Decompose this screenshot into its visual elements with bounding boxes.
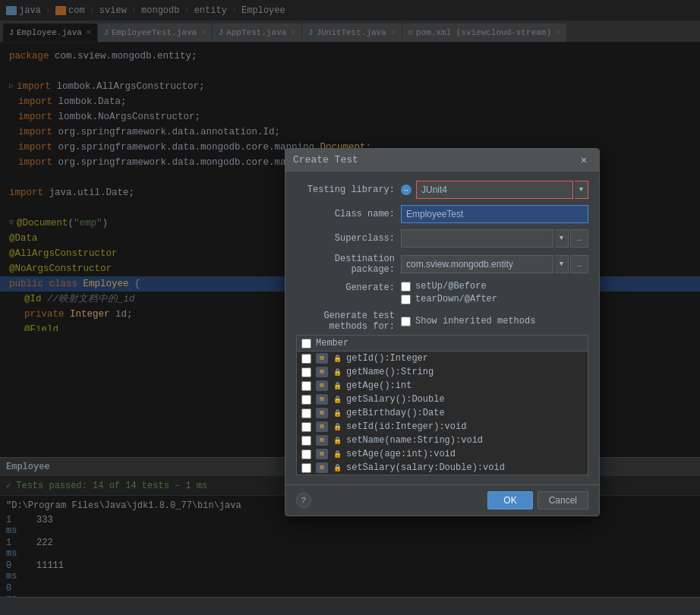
method-row-6[interactable]: m 🔒 setName(name:String):void bbox=[297, 434, 588, 447]
method-checkbox-1[interactable] bbox=[301, 367, 311, 377]
class-name-label: Class name: bbox=[296, 209, 395, 219]
method-table-body[interactable]: m 🔒 getId():Integer m 🔒 getName():String… bbox=[297, 352, 588, 473]
method-access-icon-4: 🔒 bbox=[333, 408, 342, 418]
method-access-icon-7: 🔒 bbox=[333, 449, 342, 459]
class-name-input[interactable] bbox=[401, 205, 588, 223]
method-name-7: setAge(age:int):void bbox=[346, 449, 456, 459]
dialog-footer: ? OK Cancel bbox=[285, 484, 599, 516]
destination-dropdown-arrow[interactable]: ▼ bbox=[555, 255, 569, 273]
generate-row: Generate: setUp/@Before tearDown/@After bbox=[296, 281, 588, 304]
method-row-3[interactable]: m 🔒 getSalary():Double bbox=[297, 393, 588, 406]
method-checkbox-3[interactable] bbox=[301, 395, 311, 405]
method-access-icon-6: 🔒 bbox=[333, 436, 342, 445]
method-type-icon-6: m bbox=[316, 435, 328, 446]
method-table-header: Member bbox=[297, 336, 588, 352]
method-access-icon-0: 🔒 bbox=[333, 354, 342, 363]
superclass-row: Superclass: ▼ … bbox=[296, 229, 588, 248]
create-test-dialog: Create Test ✕ Testing library: ↔ JUnit4 … bbox=[285, 148, 600, 516]
destination-package-select[interactable]: com.sview.mongodb.entity bbox=[401, 255, 553, 273]
method-type-icon-3: m bbox=[316, 394, 328, 405]
method-type-icon-1: m bbox=[316, 367, 328, 377]
method-table: Member m 🔒 getId():Integer m 🔒 getName()… bbox=[296, 335, 588, 475]
generate-label: Generate: bbox=[296, 281, 395, 293]
testing-library-dropdown-arrow[interactable]: ▼ bbox=[575, 181, 588, 199]
method-row-5[interactable]: m 🔒 setId(id:Integer):void bbox=[297, 420, 588, 434]
method-access-icon-2: 🔒 bbox=[333, 381, 342, 390]
method-type-icon-0: m bbox=[316, 353, 328, 364]
setup-label: setUp/@Before bbox=[415, 281, 487, 292]
method-type-icon-2: m bbox=[316, 380, 328, 391]
testing-library-select[interactable]: JUnit4 bbox=[416, 181, 573, 199]
method-checkbox-8[interactable] bbox=[301, 463, 311, 473]
method-checkbox-5[interactable] bbox=[301, 422, 311, 432]
method-type-icon-8: m bbox=[316, 462, 328, 473]
method-access-icon-5: 🔒 bbox=[333, 422, 342, 431]
dialog-title: Create Test bbox=[293, 154, 358, 166]
method-row-1[interactable]: m 🔒 getName():String bbox=[297, 365, 588, 379]
method-checkbox-6[interactable] bbox=[301, 436, 311, 446]
member-column-header: Member bbox=[316, 338, 348, 348]
teardown-checkbox-row: tearDown/@After bbox=[401, 294, 497, 304]
dialog-close-button[interactable]: ✕ bbox=[576, 153, 591, 168]
method-name-2: getAge():int bbox=[346, 380, 411, 391]
teardown-checkbox[interactable] bbox=[401, 295, 411, 304]
setup-checkbox-row: setUp/@Before bbox=[401, 281, 497, 292]
method-name-1: getName():String bbox=[346, 367, 434, 377]
destination-package-wrapper: com.sview.mongodb.entity ▼ … bbox=[401, 255, 588, 273]
generate-checkboxes: setUp/@Before tearDown/@After bbox=[401, 281, 497, 304]
testing-library-label: Testing library: bbox=[296, 184, 395, 195]
method-access-icon-1: 🔒 bbox=[333, 367, 342, 377]
setup-checkbox[interactable] bbox=[401, 282, 411, 292]
method-type-icon-4: m bbox=[316, 408, 328, 418]
show-inherited-label: Show inherited methods bbox=[415, 316, 535, 326]
junit-icon: ↔ bbox=[401, 184, 411, 195]
generate-test-methods-row: Generate test methods for: Show inherite… bbox=[296, 311, 588, 332]
superclass-dropdown-arrow[interactable]: ▼ bbox=[555, 229, 569, 248]
teardown-label: tearDown/@After bbox=[415, 294, 497, 304]
dialog-body: Testing library: ↔ JUnit4 ▼ Class name: … bbox=[285, 172, 599, 484]
destination-package-label: Destination package: bbox=[296, 254, 395, 275]
destination-browse-btn[interactable]: … bbox=[570, 255, 588, 273]
method-checkbox-7[interactable] bbox=[301, 449, 311, 459]
method-checkbox-4[interactable] bbox=[301, 408, 311, 418]
superclass-input[interactable] bbox=[401, 229, 553, 248]
method-name-6: setName(name:String):void bbox=[346, 435, 483, 446]
ok-button[interactable]: OK bbox=[487, 491, 532, 509]
destination-package-row: Destination package: com.sview.mongodb.e… bbox=[296, 254, 588, 275]
method-name-8: setSalary(salary:Double):void bbox=[346, 462, 505, 473]
dialog-action-buttons: OK Cancel bbox=[487, 491, 588, 509]
generate-test-label: Generate test methods for: bbox=[296, 311, 395, 332]
testing-library-wrapper: ↔ JUnit4 ▼ bbox=[401, 181, 588, 199]
method-type-icon-5: m bbox=[316, 421, 328, 432]
method-row-2[interactable]: m 🔒 getAge():int bbox=[297, 379, 588, 393]
method-row-8[interactable]: m 🔒 setSalary(salary:Double):void bbox=[297, 461, 588, 473]
show-inherited-checkbox[interactable] bbox=[401, 317, 411, 326]
method-row-7[interactable]: m 🔒 setAge(age:int):void bbox=[297, 447, 588, 461]
select-all-methods-checkbox[interactable] bbox=[301, 339, 311, 348]
method-name-4: getBirthday():Date bbox=[346, 408, 445, 418]
dialog-title-bar: Create Test ✕ bbox=[285, 149, 599, 172]
method-access-icon-8: 🔒 bbox=[333, 463, 342, 472]
testing-library-row: Testing library: ↔ JUnit4 ▼ bbox=[296, 181, 588, 199]
show-inherited-wrapper: Show inherited methods bbox=[401, 316, 535, 326]
method-type-icon-7: m bbox=[316, 449, 328, 459]
method-name-3: getSalary():Double bbox=[346, 394, 445, 405]
method-row-4[interactable]: m 🔒 getBirthday():Date bbox=[297, 406, 588, 420]
help-button[interactable]: ? bbox=[296, 493, 311, 508]
cancel-button[interactable]: Cancel bbox=[538, 491, 588, 509]
method-checkbox-0[interactable] bbox=[301, 354, 311, 364]
method-checkbox-2[interactable] bbox=[301, 381, 311, 391]
superclass-wrapper: ▼ … bbox=[401, 229, 588, 248]
method-name-0: getId():Integer bbox=[346, 353, 428, 364]
superclass-browse-btn[interactable]: … bbox=[570, 229, 588, 248]
method-row-0[interactable]: m 🔒 getId():Integer bbox=[297, 352, 588, 365]
class-name-row: Class name: bbox=[296, 205, 588, 223]
method-name-5: setId(id:Integer):void bbox=[346, 421, 466, 432]
superclass-label: Superclass: bbox=[296, 233, 395, 244]
method-access-icon-3: 🔒 bbox=[333, 395, 342, 404]
